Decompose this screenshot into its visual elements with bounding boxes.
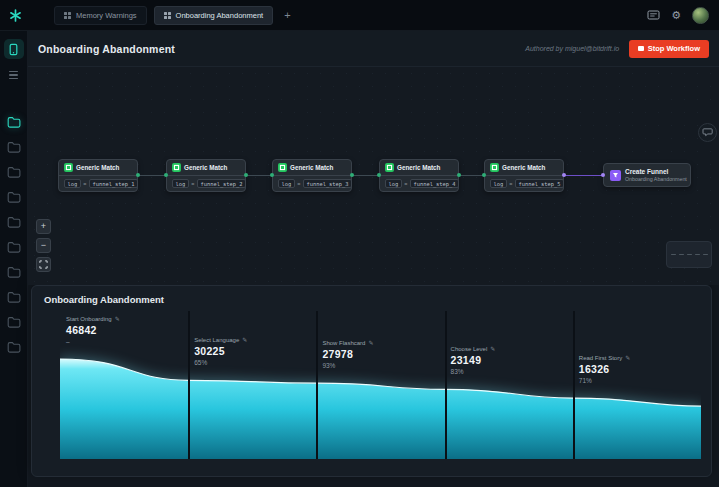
funnel-panel: Onboarding Abandonment Start Onboarding✎… xyxy=(31,285,712,477)
funnel-stage: Start Onboarding✎46842– xyxy=(66,315,120,345)
workflow-canvas[interactable]: Generic Match log=funnel_step_1 Generic … xyxy=(28,67,719,285)
sidebar-folder-icon[interactable] xyxy=(4,137,24,157)
edit-stage-icon[interactable]: ✎ xyxy=(490,345,495,352)
stage-conversion: 93% xyxy=(322,362,373,369)
node-value: funnel_step_3 xyxy=(303,179,352,188)
node-connector xyxy=(246,175,272,176)
generic-match-icon xyxy=(385,163,394,172)
edit-stage-icon[interactable]: ✎ xyxy=(625,354,630,361)
funnel-chart: Start Onboarding✎46842–Select Language✎3… xyxy=(60,311,701,459)
messages-icon[interactable] xyxy=(647,10,660,21)
node-field: log xyxy=(172,179,189,188)
sidebar-folder-icon[interactable] xyxy=(4,162,24,182)
node-title: Generic Match xyxy=(397,164,440,171)
tab-label: Memory Warnings xyxy=(76,11,137,20)
workflow-tab-icon xyxy=(64,12,71,19)
tab-onboarding-abandonment[interactable]: Onboarding Abandonment xyxy=(154,6,274,25)
stage-conversion: 71% xyxy=(579,377,630,384)
sidebar-folder-icon[interactable] xyxy=(4,237,24,257)
sidebar-folder-icon[interactable] xyxy=(4,212,24,232)
authored-by-text: Authored by miguel@bitdrift.io xyxy=(525,45,619,52)
node-connector xyxy=(459,175,484,176)
node-operator: = xyxy=(297,181,300,187)
stage-name: Read First Story✎ xyxy=(579,354,630,361)
workflow-header: Onboarding Abandonment Authored by migue… xyxy=(28,31,719,67)
funnel-stage: Read First Story✎1632671% xyxy=(579,354,630,384)
minimap[interactable] xyxy=(666,241,712,268)
node-operator: = xyxy=(404,181,407,187)
minimap-dash xyxy=(679,254,684,256)
stage-value: 23149 xyxy=(451,354,496,366)
funnel-stage: Choose Level✎2314983% xyxy=(451,345,496,375)
fit-view-button[interactable] xyxy=(36,257,51,272)
stage-name: Choose Level✎ xyxy=(451,345,496,352)
node-connector-purple xyxy=(564,175,603,176)
stage-name: Select Language✎ xyxy=(194,336,247,343)
sidebar-list-icon[interactable] xyxy=(4,65,24,85)
node-field: log xyxy=(490,179,507,188)
sidebar-folder-icon[interactable] xyxy=(4,312,24,332)
edit-stage-icon[interactable]: ✎ xyxy=(242,336,247,343)
zoom-controls: + − xyxy=(36,219,51,272)
funnel-panel-header: Onboarding Abandonment xyxy=(32,286,711,309)
tab-bar: Memory Warnings Onboarding Abandonment + xyxy=(54,6,295,25)
stage-name: Show Flashcard✎ xyxy=(322,339,373,346)
create-funnel-icon xyxy=(610,170,621,181)
user-avatar[interactable] xyxy=(692,7,709,24)
stop-icon xyxy=(638,46,644,52)
node-field: log xyxy=(385,179,402,188)
node-subtitle: Onboarding Abandonment xyxy=(625,176,687,182)
funnel-stage: Select Language✎3022565% xyxy=(194,336,247,366)
node-title: Generic Match xyxy=(76,164,119,171)
stage-value: 30225 xyxy=(194,345,247,357)
node-value: funnel_step_1 xyxy=(89,179,138,188)
node-operator: = xyxy=(83,181,86,187)
node-connector xyxy=(138,175,166,176)
app-logo-icon[interactable] xyxy=(0,0,30,30)
app-shell: Onboarding Abandonment Authored by migue… xyxy=(0,31,719,487)
tab-label: Onboarding Abandonment xyxy=(176,11,264,20)
new-tab-button[interactable]: + xyxy=(280,10,294,21)
workflow-node-generic-match-3[interactable]: Generic Match log=funnel_step_3 xyxy=(272,159,352,192)
zoom-out-button[interactable]: − xyxy=(36,238,51,253)
stage-conversion: 65% xyxy=(194,359,247,366)
node-title: Generic Match xyxy=(184,164,227,171)
workflow-node-generic-match-5[interactable]: Generic Match log=funnel_step_5 xyxy=(484,159,564,192)
topbar: Memory Warnings Onboarding Abandonment +… xyxy=(0,0,719,31)
node-value: funnel_step_2 xyxy=(197,179,246,188)
sidebar-folder-active-icon[interactable] xyxy=(4,112,24,132)
sidebar-device-icon[interactable] xyxy=(4,39,24,59)
node-connector xyxy=(352,175,379,176)
minimap-dash xyxy=(703,254,708,256)
sidebar-folder-icon[interactable] xyxy=(4,337,24,357)
comment-fab-button[interactable] xyxy=(698,123,717,142)
sidebar-folder-icon[interactable] xyxy=(4,187,24,207)
main-area: Onboarding Abandonment Authored by migue… xyxy=(28,31,719,487)
zoom-in-button[interactable]: + xyxy=(36,219,51,234)
workflow-node-generic-match-2[interactable]: Generic Match log=funnel_step_2 xyxy=(166,159,246,192)
edit-stage-icon[interactable]: ✎ xyxy=(368,339,373,346)
node-title: Generic Match xyxy=(290,164,333,171)
node-value: funnel_step_4 xyxy=(410,179,459,188)
generic-match-icon xyxy=(490,163,499,172)
workflow-tab-icon xyxy=(164,12,171,19)
stage-value: 27978 xyxy=(322,348,373,360)
workflow-node-generic-match-4[interactable]: Generic Match log=funnel_step_4 xyxy=(379,159,459,192)
generic-match-icon xyxy=(278,163,287,172)
sidebar xyxy=(0,31,28,487)
sidebar-folder-icon[interactable] xyxy=(4,262,24,282)
minimap-dash xyxy=(695,254,700,256)
node-title: Generic Match xyxy=(502,164,545,171)
settings-gear-icon[interactable]: ⚙ xyxy=(671,10,681,21)
node-value: funnel_step_5 xyxy=(515,179,564,188)
stop-workflow-button[interactable]: Stop Workflow xyxy=(629,40,709,58)
workflow-node-create-funnel[interactable]: Create Funnel Onboarding Abandonment xyxy=(603,163,691,187)
tab-memory-warnings[interactable]: Memory Warnings xyxy=(54,6,147,25)
workflow-node-generic-match-1[interactable]: Generic Match log=funnel_step_1 xyxy=(58,159,138,192)
sidebar-folder-icon[interactable] xyxy=(4,287,24,307)
edit-stage-icon[interactable]: ✎ xyxy=(115,315,120,322)
stage-labels: Start Onboarding✎46842–Select Language✎3… xyxy=(60,311,701,459)
workflow-title: Onboarding Abandonment xyxy=(38,43,175,55)
stage-value: 16326 xyxy=(579,363,630,375)
minimap-dash xyxy=(671,254,676,256)
